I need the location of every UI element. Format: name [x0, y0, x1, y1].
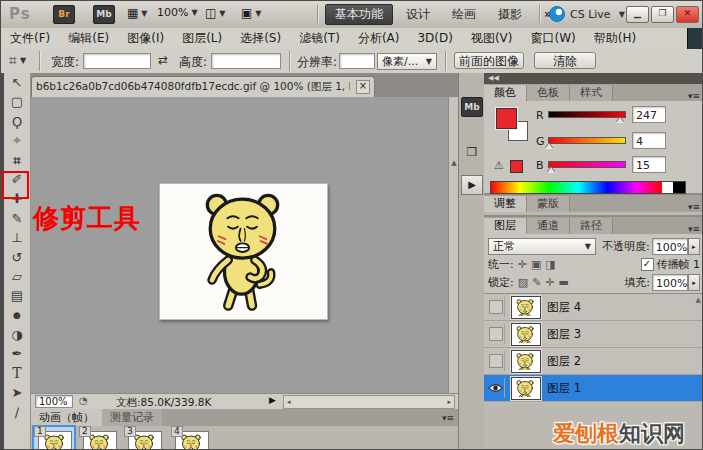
dodge-tool[interactable]: ◑: [4, 325, 30, 344]
adjustments-panel-menu-icon[interactable]: ▾≡: [688, 202, 703, 212]
animation-panel-menu-icon[interactable]: ▾≡: [442, 413, 458, 423]
opacity-spinner-icon[interactable]: ▸: [688, 238, 700, 255]
mini-bridge-panel-icon[interactable]: Mb: [461, 97, 483, 117]
blend-mode-dropdown[interactable]: 正常 ▼: [488, 238, 596, 255]
layer-row-1-selected[interactable]: 图层 1: [484, 375, 703, 402]
width-input[interactable]: [83, 53, 151, 69]
visibility-toggle[interactable]: [487, 378, 505, 398]
channel-r-slider-thumb[interactable]: [616, 117, 624, 123]
history-brush-tool[interactable]: ↺: [4, 248, 30, 267]
resolution-input[interactable]: [339, 53, 375, 69]
clear-button[interactable]: 清除: [534, 52, 596, 69]
animation-frame-4[interactable]: 4: [171, 427, 211, 450]
arrange-documents-dropdown[interactable]: ◫▼: [205, 6, 226, 20]
crop-tool[interactable]: ⌗: [4, 151, 30, 170]
layers-scroll-up-icon[interactable]: ▲: [696, 296, 701, 304]
workspace-basic-button[interactable]: 基本功能: [325, 4, 393, 25]
canvas-horizontal-scrollbar[interactable]: ◂ ▸: [283, 395, 455, 409]
canvas[interactable]: [31, 97, 448, 393]
clone-stamp-tool[interactable]: ⊥: [4, 228, 30, 247]
menu-view[interactable]: 视图(V): [462, 28, 522, 49]
minimize-button[interactable]: ▁: [626, 6, 649, 23]
color-panel-menu-icon[interactable]: ▾≡: [688, 91, 703, 101]
brush-tool[interactable]: ✎: [4, 209, 30, 228]
menu-3d[interactable]: 3D(D): [408, 28, 461, 49]
mini-bridge-icon[interactable]: Mb: [93, 5, 115, 24]
fill-spinner-icon[interactable]: ▸: [688, 274, 700, 291]
marquee-tool[interactable]: ▢: [4, 92, 30, 111]
line-tool[interactable]: ∕: [4, 403, 30, 422]
guides-dropdown[interactable]: ▦▼: [127, 6, 148, 20]
document-tab[interactable]: b6b1c26a0b7cd06b474080fdfb17ecdc.gif @ 1…: [31, 76, 375, 97]
menu-help[interactable]: 帮助(H): [585, 28, 645, 49]
layer-row-3[interactable]: 图层 3: [484, 321, 703, 348]
lock-transparency-icon[interactable]: ▨: [518, 276, 532, 289]
workspace-design-button[interactable]: 设计: [397, 5, 439, 24]
channel-b-value[interactable]: 15: [632, 156, 666, 173]
screen-mode-dropdown[interactable]: ▣▼: [241, 6, 262, 20]
channel-g-value[interactable]: 4: [632, 132, 666, 149]
blur-tool[interactable]: ●: [4, 306, 30, 325]
tab-layers[interactable]: 图层: [484, 218, 527, 234]
magic-wand-tool[interactable]: ✦: [4, 131, 30, 150]
channel-r-slider[interactable]: [548, 111, 626, 118]
menu-analysis[interactable]: 分析(A): [349, 28, 409, 49]
tab-measurement-log[interactable]: 测量记录: [102, 409, 162, 426]
path-selection-tool[interactable]: ➤: [4, 383, 30, 402]
gradient-tool[interactable]: ▤: [4, 286, 30, 305]
unify-position-icon[interactable]: ✛: [518, 258, 531, 271]
workspace-painting-button[interactable]: 绘画: [443, 5, 485, 24]
channel-g-slider[interactable]: [548, 137, 626, 144]
front-image-button[interactable]: 前面的图像: [454, 52, 524, 69]
menu-window[interactable]: 窗口(W): [522, 28, 585, 49]
pen-tool[interactable]: ✒: [4, 344, 30, 363]
menu-filter[interactable]: 滤镜(T): [290, 28, 349, 49]
tab-animation-frames[interactable]: 动画（帧）: [31, 409, 102, 426]
status-zoom-input[interactable]: 100%: [35, 395, 73, 408]
tab-swatches[interactable]: 色板: [527, 85, 570, 101]
tab-color[interactable]: 颜色: [484, 85, 527, 101]
tab-styles[interactable]: 样式: [570, 85, 613, 101]
collapse-panels-button[interactable]: ◀◀: [484, 73, 703, 84]
menu-file[interactable]: 文件(F): [1, 28, 59, 49]
restore-button[interactable]: ❐: [651, 6, 674, 23]
zoom-level-dropdown[interactable]: 100%▼: [157, 6, 198, 19]
tab-close-icon[interactable]: ×: [356, 80, 370, 94]
opacity-value[interactable]: 100%: [652, 238, 688, 255]
cs-live-button[interactable]: CS Live ▼: [549, 6, 625, 22]
menu-edit[interactable]: 编辑(E): [59, 28, 118, 49]
tab-channels[interactable]: 通道: [527, 218, 570, 234]
channel-g-slider-thumb[interactable]: [545, 143, 553, 149]
animation-frame-1[interactable]: 1: [34, 427, 74, 450]
resolution-unit-dropdown[interactable]: 像素/... ▼: [377, 53, 437, 70]
layers-panel-menu-icon[interactable]: ▾≡: [688, 224, 703, 234]
menu-select[interactable]: 选择(S): [231, 28, 290, 49]
animation-frame-2[interactable]: 2: [79, 427, 119, 450]
menu-layer[interactable]: 图层(L): [173, 28, 231, 49]
scroll-right-icon[interactable]: ▸: [444, 398, 454, 406]
unify-style-icon[interactable]: ◨: [545, 258, 559, 271]
layer-row-4[interactable]: 图层 4: [484, 294, 703, 321]
bridge-icon[interactable]: Br: [53, 5, 75, 24]
channel-b-slider[interactable]: [548, 161, 626, 168]
foreground-color-swatch[interactable]: [496, 108, 517, 129]
lock-all-icon[interactable]: ▬: [559, 276, 573, 289]
lasso-tool[interactable]: Ϙ: [4, 112, 30, 131]
visibility-toggle[interactable]: [487, 351, 505, 371]
visibility-toggle[interactable]: [487, 324, 505, 344]
tab-adjustments[interactable]: 调整: [484, 196, 527, 212]
tool-preset-dropdown[interactable]: ⌗ ▼: [9, 52, 26, 69]
status-flyout-icon[interactable]: ▶: [269, 395, 276, 405]
scroll-left-icon[interactable]: ◂: [284, 398, 294, 406]
lock-position-icon[interactable]: ✛: [545, 276, 558, 289]
gamut-warning-icon[interactable]: ⚠: [494, 159, 504, 172]
workspace-photography-button[interactable]: 摄影: [489, 5, 531, 24]
visibility-toggle[interactable]: [487, 297, 505, 317]
channel-b-slider-thumb[interactable]: [547, 167, 555, 173]
animation-frame-3[interactable]: 3: [124, 427, 164, 450]
tab-masks[interactable]: 蒙版: [527, 196, 570, 212]
lock-pixels-icon[interactable]: ✎: [532, 276, 545, 289]
menu-image[interactable]: 图像(I): [118, 28, 173, 49]
move-tool[interactable]: ↖: [4, 73, 30, 92]
clone-source-panel-icon[interactable]: ❒: [462, 143, 482, 161]
